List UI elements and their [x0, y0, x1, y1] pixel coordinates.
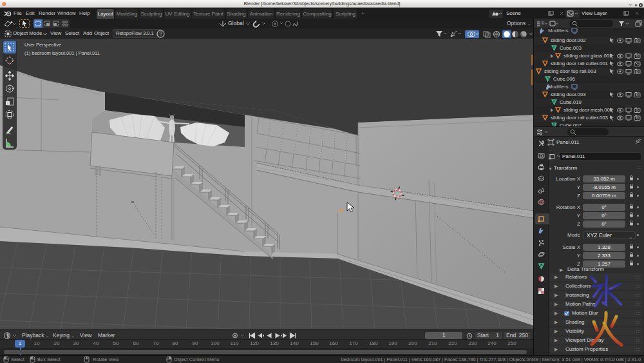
svg-text:?: ? — [159, 30, 162, 37]
